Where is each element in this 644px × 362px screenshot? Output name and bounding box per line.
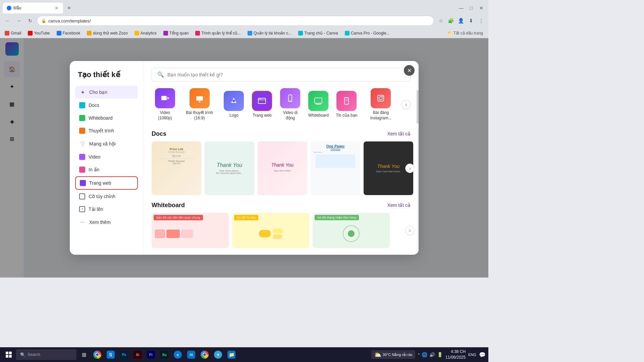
- whiteboard-template-card-3[interactable]: Sơ đồ Mạng nhện Bán hàng: [313, 213, 390, 248]
- whiteboard-template-card-2[interactable]: Sơ đồ Tư duy: [232, 213, 309, 248]
- mang-xa-hoi-label: Mạng xã hội: [89, 141, 116, 146]
- sidebar-item-co-tuy-chinh[interactable]: Cỡ tùy chỉnh: [75, 190, 138, 202]
- wb1-shape1: [155, 230, 165, 238]
- youtube-label: YouTube: [34, 31, 50, 36]
- bookmark-tongquan[interactable]: Tổng quan: [161, 30, 191, 36]
- type-whiteboard[interactable]: Whiteboard: [305, 88, 332, 121]
- wb3-center: [348, 230, 355, 237]
- new-tab-button[interactable]: +: [64, 3, 74, 13]
- window-close-button[interactable]: ✕: [477, 4, 486, 12]
- type-video-1080p[interactable]: Video (1080p): [152, 85, 178, 123]
- trangchu-label: Trang chủ - Canva: [304, 31, 338, 36]
- tongquan-label: Tổng quan: [169, 31, 189, 36]
- type-bai-thuyet-trinh[interactable]: Bài thuyết trình (16:9): [180, 85, 219, 123]
- docs-template-row: Price List Simple Bouquet $12.00 Palette…: [152, 141, 411, 195]
- type-tin-cua-ban-icon: [336, 91, 357, 111]
- bookmark-facebook[interactable]: Facebook: [55, 30, 83, 36]
- svg-point-9: [259, 99, 260, 100]
- bookmark-trangchu[interactable]: Trang chủ - Canva: [296, 30, 340, 36]
- type-video-di-dong[interactable]: Video di động: [277, 85, 304, 123]
- docs-section-title: Docs: [152, 130, 166, 137]
- whiteboard-section: Whiteboard Xem tất cả Bản đồ các bên liê…: [152, 202, 411, 248]
- extension-icon[interactable]: 🧩: [446, 16, 455, 25]
- maximize-button[interactable]: □: [467, 4, 476, 12]
- back-button[interactable]: ←: [3, 16, 12, 25]
- folder-icon: [87, 31, 92, 36]
- sidebar-item-docs[interactable]: Docs: [75, 99, 138, 111]
- toolbar-icons: ☆ 🧩 👤 ⬇ ⋮: [436, 16, 486, 25]
- bookmark-canvapro[interactable]: Canva Pro - Google...: [343, 30, 392, 36]
- sidebar-item-mang-xa-hoi[interactable]: ♡ Mạng xã hội: [75, 137, 138, 150]
- docs-section: Docs Xem tất cả Price List Simple Bouque…: [152, 130, 411, 195]
- sidebar-item-xem-them[interactable]: ··· Xem thêm: [75, 216, 138, 229]
- forward-button[interactable]: →: [14, 16, 23, 25]
- whiteboard-row-next[interactable]: ›: [405, 226, 415, 235]
- in-an-label: In ấn: [89, 167, 99, 172]
- docs-template-card-4[interactable]: One Pager Overview Summary: [311, 141, 360, 195]
- sidebar-item-thuyet-trinh[interactable]: Thuyết trình: [75, 125, 138, 137]
- bookmark-analytics[interactable]: Analytics: [132, 30, 159, 36]
- sidebar-item-video[interactable]: Video: [75, 151, 138, 163]
- svg-point-11: [261, 99, 262, 100]
- active-tab[interactable]: Mẫu ✕: [3, 3, 63, 13]
- sidebar-item-cho-ban[interactable]: ✦ Cho bạn: [75, 86, 138, 99]
- create-design-modal: Tạo thiết kế ✦ Cho bạn Docs Whiteboard T…: [70, 61, 419, 254]
- tongquan-favicon: [163, 31, 168, 36]
- window-controls: — □ ✕: [457, 4, 486, 12]
- whiteboard-template-card-1[interactable]: Bản đồ các bên liên quan chung: [152, 213, 229, 248]
- sidebar-item-in-an[interactable]: In ấn: [75, 164, 138, 176]
- modal-sidebar: Tạo thiết kế ✦ Cho bạn Docs Whiteboard T…: [70, 61, 144, 254]
- bookmark-gmail[interactable]: Gmail: [3, 30, 23, 36]
- bookmark-quanly[interactable]: Quản lý tài khoản c...: [246, 30, 293, 36]
- minimize-button[interactable]: —: [457, 4, 466, 12]
- type-whiteboard-icon: [308, 91, 328, 111]
- type-tin-cua-ban[interactable]: Tin của bạn: [333, 88, 360, 121]
- bookmark-zozo[interactable]: dùng thử web Zozo: [85, 30, 129, 36]
- modal-overlay[interactable]: Tạo thiết kế ✦ Cho bạn Docs Whiteboard T…: [0, 38, 488, 278]
- bookmark-youtube[interactable]: YouTube: [26, 30, 52, 36]
- docs-label: Docs: [89, 103, 99, 108]
- all-bookmarks-button[interactable]: 📁 Tất cả dấu trang: [394, 31, 486, 36]
- docs-see-all[interactable]: Xem tất cả: [387, 131, 411, 136]
- bookmark-trinhquanly[interactable]: Trình quản lý thể củ...: [193, 30, 243, 36]
- co-tuy-chinh-label: Cỡ tùy chỉnh: [89, 194, 115, 199]
- type-video-di-dong-label: Video di động: [278, 110, 302, 121]
- xem-them-icon: ···: [79, 219, 86, 226]
- trinhquanly-favicon: [195, 31, 200, 36]
- type-trang-web[interactable]: Trang web: [249, 88, 275, 121]
- type-logo[interactable]: Logo: [220, 88, 247, 121]
- video-icon: [79, 154, 85, 160]
- tab-close-button[interactable]: ✕: [54, 5, 59, 11]
- docs-template-card-3[interactable]: Thank You Dear Alice Miller,...: [258, 141, 307, 195]
- doc4-text: Summary: [313, 151, 358, 153]
- address-bar[interactable]: 🔒 canva.com/templates/: [37, 16, 434, 26]
- search-box[interactable]: 🔍: [152, 68, 411, 81]
- modal-title: Tạo thiết kế: [75, 70, 138, 79]
- search-input[interactable]: [167, 72, 405, 77]
- type-scroll-next[interactable]: ›: [401, 100, 411, 109]
- whiteboard-see-all[interactable]: Xem tất cả: [387, 202, 411, 208]
- bookmark-star-icon[interactable]: ☆: [436, 16, 445, 25]
- chrome-profile-icon[interactable]: 👤: [456, 16, 466, 25]
- docs-row-next[interactable]: ›: [405, 164, 415, 173]
- type-trang-web-label: Trang web: [253, 113, 271, 118]
- type-logo-label: Logo: [229, 113, 238, 118]
- type-video-1080p-label: Video (1080p): [153, 110, 177, 121]
- sidebar-item-whiteboard[interactable]: Whiteboard: [75, 112, 138, 124]
- docs-template-card-2[interactable]: Thank You Dear Olivia Mason,We sincerely…: [205, 141, 254, 195]
- type-bai-dang-instagram[interactable]: Bài đăng Instagram...: [361, 85, 400, 123]
- docs-template-card-1[interactable]: Price List Simple Bouquet $12.00 Palette…: [152, 141, 201, 195]
- zozo-label: dùng thử web Zozo: [93, 31, 127, 36]
- doc1-price2val: $14.00: [154, 162, 199, 165]
- sidebar-item-tai-len[interactable]: ↑ Tải lên: [75, 203, 138, 215]
- sidebar-item-trang-web[interactable]: Trang web: [75, 176, 138, 190]
- whiteboard-section-title: Whiteboard: [152, 202, 185, 209]
- type-bai-dang-instagram-icon: [371, 88, 391, 108]
- trinhquanly-label: Trình quản lý thể củ...: [201, 31, 241, 36]
- reload-button[interactable]: ↻: [25, 16, 35, 25]
- settings-menu-icon[interactable]: ⋮: [476, 16, 486, 25]
- doc1-title: Price List: [154, 147, 199, 151]
- scrollbar-thumb[interactable]: [417, 90, 419, 124]
- gmail-label: Gmail: [11, 31, 21, 36]
- download-icon[interactable]: ⬇: [466, 16, 476, 25]
